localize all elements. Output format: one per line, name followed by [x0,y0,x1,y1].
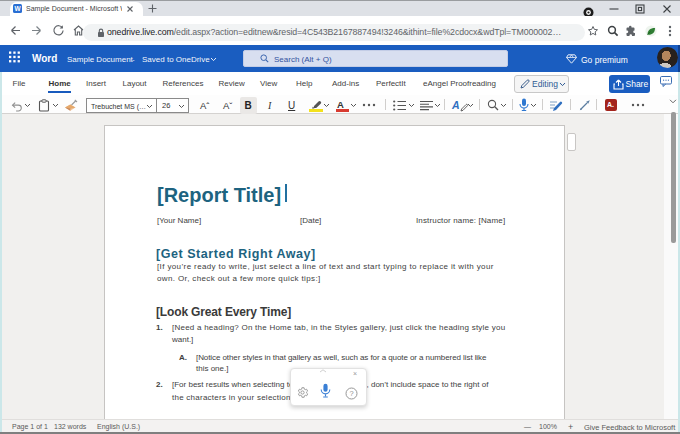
svg-text:?: ? [349,389,353,398]
svg-text:W: W [14,5,21,12]
